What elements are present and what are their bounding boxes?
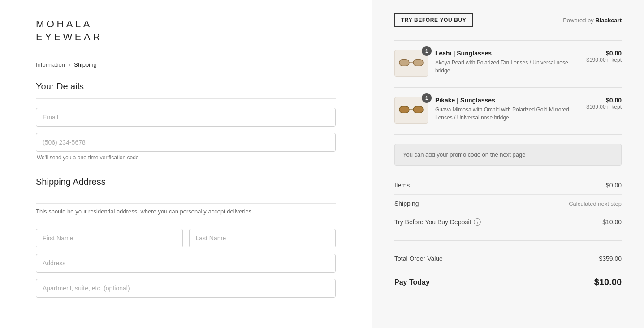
deposit-info-icon[interactable]: i	[474, 218, 481, 226]
last-name-input[interactable]	[189, 229, 336, 247]
product-variant-leahi: Akoya Pearl with Polarized Tan Lenses / …	[435, 59, 579, 75]
product-details-leahi: Leahi | Sunglasses Akoya Pearl with Pola…	[435, 50, 579, 75]
left-panel: MOHALA EYEWEAR Information › Shipping Yo…	[0, 0, 372, 328]
product-item: 1 Leahi | Sunglasses Akoya Pearl with Po…	[394, 50, 622, 77]
address-input[interactable]	[36, 254, 336, 273]
email-input[interactable]	[36, 108, 336, 127]
name-row	[36, 229, 336, 247]
shipping-address-section: Shipping Address This should be your res…	[36, 177, 336, 298]
items-label: Items	[394, 182, 410, 189]
breadcrumb-information[interactable]: Information	[36, 61, 65, 68]
total-order-value: $359.00	[599, 255, 622, 262]
divider-products	[394, 87, 622, 88]
product-pricing-leahi: $0.00 $190.00 if kept	[586, 50, 622, 63]
product-kept-price-pikake: $169.00 if kept	[586, 104, 622, 110]
try-before-badge: TRY BEFORE YOU BUY	[394, 13, 473, 27]
svg-rect-0	[399, 60, 409, 66]
divider-promo	[394, 134, 622, 135]
product-image-wrap: 1	[394, 50, 428, 77]
your-details-section: Your Details We'll send you a one-time v…	[36, 81, 336, 161]
product-kept-price-leahi: $190.00 if kept	[586, 57, 622, 63]
total-order-label: Total Order Value	[394, 255, 443, 262]
phone-hint: We'll send you a one-time verification c…	[37, 154, 336, 161]
items-value: $0.00	[606, 182, 622, 189]
shipping-address-title: Shipping Address	[36, 177, 336, 194]
product-image-wrap-2: 1	[394, 97, 428, 124]
product-quantity-badge-2: 1	[422, 93, 432, 103]
breadcrumb: Information › Shipping	[36, 61, 336, 68]
first-name-input[interactable]	[36, 229, 183, 247]
breadcrumb-separator: ›	[69, 62, 70, 68]
deposit-value: $10.00	[602, 218, 622, 226]
pay-today-value: $10.00	[594, 277, 622, 287]
logo-text: MOHALA EYEWEAR	[36, 18, 336, 43]
shipping-label: Shipping	[394, 200, 419, 207]
svg-rect-3	[399, 106, 409, 113]
product-name-pikake: Pikake | Sunglasses	[435, 97, 579, 104]
summary-shipping-row: Shipping Calculated next step	[394, 195, 622, 213]
product-pricing-pikake: $0.00 $169.00 if kept	[586, 97, 622, 110]
product-quantity-badge-1: 1	[422, 46, 432, 56]
right-panel: TRY BEFORE YOU BUY Powered by Blackcart …	[372, 0, 644, 328]
product-item: 1 Pikake | Sunglasses Guava Mimosa with …	[394, 97, 622, 124]
deposit-label: Try Before You Buy Deposit i	[394, 218, 481, 226]
pay-today-row: Pay Today $10.00	[394, 270, 622, 287]
apartment-group	[36, 279, 336, 298]
blackcart-header: TRY BEFORE YOU BUY Powered by Blackcart	[394, 13, 622, 27]
summary-deposit-row: Try Before You Buy Deposit i $10.00	[394, 213, 622, 231]
apartment-input[interactable]	[36, 279, 336, 298]
product-price-pikake: $0.00	[586, 97, 622, 104]
phone-input[interactable]	[36, 133, 336, 152]
powered-by: Powered by Blackcart	[563, 17, 622, 24]
summary-items-row: Items $0.00	[394, 176, 622, 195]
breadcrumb-shipping: Shipping	[74, 61, 97, 68]
svg-rect-4	[413, 106, 423, 113]
product-price-leahi: $0.00	[586, 50, 622, 57]
phone-group: We'll send you a one-time verification c…	[36, 133, 336, 161]
promo-code-box: You can add your promo code on the next …	[394, 144, 622, 166]
summary-total-order-row: Total Order Value $359.00	[394, 250, 622, 268]
order-summary: Items $0.00 Shipping Calculated next ste…	[394, 176, 622, 287]
email-group	[36, 108, 336, 127]
product-name-leahi: Leahi | Sunglasses	[435, 50, 579, 57]
pay-today-label: Pay Today	[394, 278, 430, 286]
shipping-value: Calculated next step	[569, 200, 622, 207]
divider-top	[394, 40, 622, 41]
shipping-hint: This should be your residential address,…	[36, 203, 336, 222]
svg-rect-1	[413, 60, 423, 66]
product-variant-pikake: Guava Mimosa with Orchid with Polarized …	[435, 106, 579, 122]
your-details-title: Your Details	[36, 81, 336, 99]
logo: MOHALA EYEWEAR	[36, 18, 336, 43]
address-group	[36, 254, 336, 273]
product-details-pikake: Pikake | Sunglasses Guava Mimosa with Or…	[435, 97, 579, 122]
divider-total	[394, 240, 622, 241]
